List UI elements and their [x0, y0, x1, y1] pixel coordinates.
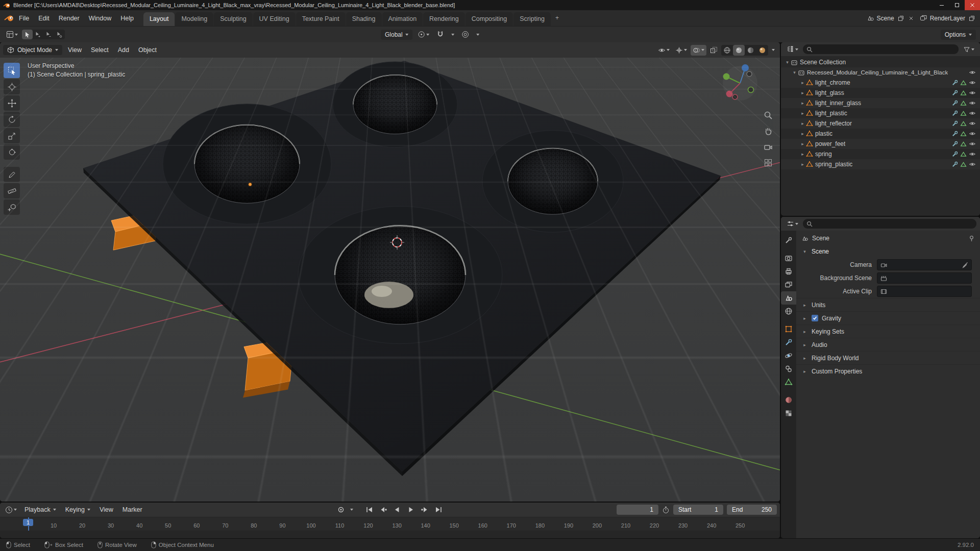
workspace-tab[interactable]: Rendering — [423, 12, 465, 26]
expand-arrow-icon[interactable]: ▸ — [799, 152, 806, 157]
outliner-object-row[interactable]: ▸ light_inner_glass — [781, 98, 980, 108]
menubar-item[interactable]: File — [14, 13, 34, 24]
hide-viewport-eye-icon[interactable] — [969, 79, 976, 86]
properties-tab-modifiers[interactable] — [781, 336, 796, 349]
playhead-badge[interactable]: 1 — [23, 519, 33, 526]
zoom-button[interactable] — [764, 111, 773, 120]
tool-transform[interactable] — [4, 144, 20, 160]
outliner-object-row[interactable]: ▸ plastic — [781, 129, 980, 139]
viewport-menu-item[interactable]: Add — [113, 44, 134, 56]
properties-section-header[interactable]: ▸ Custom Properties — [796, 364, 980, 378]
light-cup-object[interactable] — [353, 75, 437, 134]
timeline-menu-item[interactable]: View — [95, 504, 118, 515]
properties-section-header[interactable]: ▸ Keying Sets — [796, 324, 980, 338]
expand-arrow-icon[interactable]: ▸ — [799, 101, 806, 106]
pin-button[interactable] — [968, 235, 975, 242]
minimize-button[interactable] — [934, 0, 949, 10]
tool-rotate[interactable] — [4, 112, 20, 127]
outliner-object-row[interactable]: ▸ light_glass — [781, 88, 980, 98]
maximize-button[interactable] — [949, 0, 965, 10]
transform-orientation-dropdown[interactable]: Global — [381, 30, 413, 40]
outliner-scene-collection-row[interactable]: ▾ Scene Collection — [781, 57, 980, 67]
eyedropper-icon[interactable] — [962, 262, 968, 268]
breadcrumb-label[interactable]: Scene — [812, 235, 829, 242]
jump-to-end-button[interactable] — [432, 505, 445, 514]
scene-3d[interactable] — [0, 58, 780, 502]
outliner-editor-type-button[interactable] — [785, 44, 800, 55]
viewport-menu-item[interactable]: Select — [86, 44, 113, 56]
properties-tab-output[interactable] — [781, 265, 796, 278]
expand-arrow-icon[interactable]: ▾ — [784, 60, 791, 65]
object-name[interactable]: light_reflector — [815, 120, 852, 127]
hide-viewport-eye-icon[interactable] — [969, 69, 976, 76]
light-cup-object[interactable] — [335, 226, 465, 324]
timeline-editor-type-button[interactable] — [3, 505, 19, 515]
tool-scale[interactable] — [4, 128, 20, 143]
auto-keying-button[interactable] — [335, 505, 347, 515]
pan-button[interactable] — [764, 127, 773, 136]
workspace-tab[interactable]: Modeling — [175, 12, 213, 26]
viewport-menu-item[interactable]: Object — [134, 44, 161, 56]
camera-field[interactable] — [877, 259, 972, 270]
properties-search-input[interactable] — [803, 219, 976, 229]
workspace-tab[interactable]: Texture Paint — [296, 12, 346, 26]
properties-section-header[interactable]: ▸ Rigid Body World — [796, 351, 980, 364]
hide-viewport-eye-icon[interactable] — [969, 151, 976, 158]
menubar-item[interactable]: Help — [116, 13, 138, 24]
jump-to-start-button[interactable] — [363, 505, 376, 514]
snap-toggle-button[interactable] — [435, 29, 447, 40]
expand-arrow-icon[interactable]: ▸ — [799, 90, 806, 95]
workspace-tab[interactable]: Animation — [382, 12, 423, 26]
next-keyframe-button[interactable] — [419, 505, 431, 514]
collection-name[interactable]: Scene Collection — [800, 59, 846, 66]
workspace-tab[interactable]: Shading — [346, 12, 382, 26]
shading-wireframe-button[interactable] — [721, 45, 733, 56]
auto-keying-dropdown[interactable] — [348, 507, 355, 512]
menubar-item[interactable]: Edit — [34, 13, 54, 24]
object-name[interactable]: light_inner_glass — [815, 99, 861, 107]
view-layer-selector[interactable]: RenderLayer — [920, 14, 976, 22]
tool-add-cube[interactable] — [4, 199, 20, 215]
proportional-editing-button[interactable] — [460, 29, 472, 40]
workspace-tab[interactable]: Sculpting — [214, 12, 252, 26]
workspace-tab[interactable]: Compositing — [465, 12, 513, 26]
preview-range-button[interactable] — [662, 506, 670, 514]
properties-section-header[interactable]: ▸ Gravity — [796, 311, 980, 324]
scene-selector[interactable]: Scene — [867, 14, 915, 22]
new-view-layer-button[interactable] — [968, 14, 976, 22]
expand-arrow-icon[interactable]: ▸ — [799, 111, 806, 116]
expand-arrow-icon[interactable]: ▾ — [791, 70, 798, 75]
select-mode-extend-button[interactable] — [33, 30, 43, 39]
tool-measure[interactable] — [4, 183, 20, 198]
blender-logo-icon[interactable] — [4, 14, 14, 22]
expand-arrow-icon[interactable]: ▸ — [799, 141, 806, 146]
properties-tab-tool[interactable] — [781, 234, 796, 247]
properties-tab-constraints[interactable] — [781, 362, 796, 375]
overlays-toggle[interactable] — [691, 45, 706, 56]
select-mode-subtract-button[interactable] — [43, 30, 54, 39]
expand-arrow-icon[interactable]: ▸ — [799, 80, 806, 85]
outliner-object-row[interactable]: ▸ spring — [781, 149, 980, 159]
properties-editor-type-button[interactable] — [785, 218, 800, 229]
viewport-menu-item[interactable]: View — [63, 44, 86, 56]
previous-keyframe-button[interactable] — [377, 505, 389, 514]
tool-annotate[interactable] — [4, 167, 20, 182]
object-name[interactable]: light_glass — [815, 89, 844, 96]
timeline-tracks[interactable] — [0, 531, 780, 538]
timeline-menu-item[interactable]: Marker — [118, 504, 147, 515]
hide-viewport-eye-icon[interactable] — [969, 140, 976, 147]
workspace-tab[interactable]: Layout — [143, 12, 175, 26]
object-name[interactable]: spring_plastic — [815, 161, 852, 168]
properties-section-header[interactable]: ▸ Audio — [796, 338, 980, 351]
hide-viewport-eye-icon[interactable] — [969, 130, 976, 137]
shading-solid-button[interactable] — [733, 45, 745, 56]
shading-rendered-button[interactable] — [756, 45, 768, 56]
object-visibility-dropdown[interactable] — [656, 45, 672, 56]
properties-tab-render[interactable] — [781, 252, 796, 265]
hide-viewport-eye-icon[interactable] — [969, 161, 976, 168]
play-button[interactable] — [405, 505, 417, 514]
navigation-gizmo[interactable] — [720, 62, 761, 103]
outliner-object-row[interactable]: ▸ light_chrome — [781, 78, 980, 88]
properties-tab-material[interactable] — [781, 393, 796, 407]
select-mode-set-button[interactable] — [22, 30, 33, 39]
